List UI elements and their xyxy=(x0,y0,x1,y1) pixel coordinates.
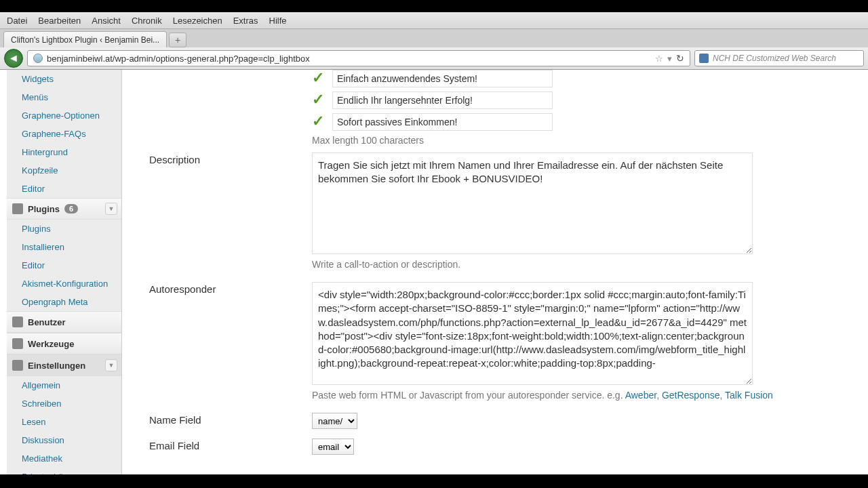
plugins-badge: 6 xyxy=(64,204,78,214)
sidebar-item-graphene-faqs[interactable]: Graphene-FAQs xyxy=(7,125,121,143)
name-field-label: Name Field xyxy=(149,413,312,429)
sidebar-item-kopfzeile[interactable]: Kopfzeile xyxy=(7,161,121,180)
check-row-3 xyxy=(312,113,854,131)
sidebar-item-plugin-editor[interactable]: Editor xyxy=(7,256,121,274)
sidebar-item-hintergrund[interactable]: Hintergrund xyxy=(7,143,121,161)
sidebar-head-plugins[interactable]: Plugins 6 ▼ xyxy=(7,198,121,220)
chevron-down-icon[interactable]: ▼ xyxy=(105,359,117,371)
check-input-1[interactable] xyxy=(332,70,553,87)
sidebar-item-diskussion[interactable]: Diskussion xyxy=(7,431,121,449)
werkzeuge-label: Werkzeuge xyxy=(28,339,74,349)
sidebar-item-akismet[interactable]: Akismet-Konfiguration xyxy=(7,274,121,293)
plugins-icon xyxy=(12,203,23,214)
menu-ansicht[interactable]: Ansicht xyxy=(86,14,126,28)
check-icon xyxy=(312,73,326,84)
menu-extras[interactable]: Extras xyxy=(228,14,264,28)
sidebar-head-benutzer[interactable]: Benutzer xyxy=(7,311,121,333)
sidebar-item-allgemein[interactable]: Allgemein xyxy=(7,376,121,394)
search-box[interactable]: NCH DE Customized Web Search xyxy=(694,50,864,66)
admin-sidebar: Widgets Menüs Graphene-Optionen Graphene… xyxy=(7,70,122,474)
sidebar-head-einstellungen[interactable]: Einstellungen ▼ xyxy=(7,354,121,376)
menu-chronik[interactable]: Chronik xyxy=(126,14,167,28)
menubar: Datei Bearbeiten Ansicht Chronik Lesezei… xyxy=(0,12,868,29)
sidebar-item-menus[interactable]: Menüs xyxy=(7,88,121,106)
sidebar-item-privatsphaere[interactable]: Privatsphäre xyxy=(7,468,121,474)
check-icon xyxy=(312,117,326,127)
menu-datei[interactable]: Datei xyxy=(1,14,33,28)
users-icon xyxy=(12,317,23,327)
tab-title: Clifton's Lightbox Plugin ‹ Benjamin Bei… xyxy=(11,35,159,45)
sidebar-head-werkzeuge[interactable]: Werkzeuge xyxy=(7,333,121,354)
dropdown-icon[interactable]: ▾ xyxy=(667,54,672,64)
check-row-1 xyxy=(312,70,854,87)
reload-icon[interactable]: ↻ xyxy=(676,53,684,64)
back-button[interactable]: ◄ xyxy=(4,49,23,68)
new-tab-button[interactable]: + xyxy=(169,33,186,47)
bookmark-icon[interactable]: ☆ xyxy=(655,54,663,64)
sidebar-item-lesen[interactable]: Lesen xyxy=(7,413,121,431)
toolbar: ◄ benjaminbeiwl.at/wp-admin/options-gene… xyxy=(0,47,868,70)
benutzer-label: Benutzer xyxy=(28,317,66,327)
sidebar-item-plugins[interactable]: Plugins xyxy=(7,220,121,238)
einstellungen-label: Einstellungen xyxy=(28,361,85,371)
check-input-2[interactable] xyxy=(332,92,553,109)
check-row-2 xyxy=(312,92,854,109)
check-input-3[interactable] xyxy=(332,113,553,131)
sidebar-item-opengraph[interactable]: Opengraph Meta xyxy=(7,293,121,311)
check-hint: Max length 100 characters xyxy=(312,135,854,146)
name-field-select[interactable]: name/ xyxy=(312,413,357,429)
sidebar-item-graphene-options[interactable]: Graphene-Optionen xyxy=(7,106,121,125)
link-getresponse[interactable]: GetResponse xyxy=(662,390,720,401)
check-icon xyxy=(312,95,326,106)
description-hint: Write a call-to-action or description. xyxy=(312,259,854,270)
autoresponder-textarea[interactable]: <div style="width:280px;background-color… xyxy=(312,282,753,385)
description-label: Description xyxy=(149,152,312,270)
autoresponder-label: Autoresponder xyxy=(149,282,312,401)
url-bar[interactable]: benjaminbeiwl.at/wp-admin/options-genera… xyxy=(27,50,690,66)
email-field-label: Email Field xyxy=(149,439,312,455)
tab-bar: Clifton's Lightbox Plugin ‹ Benjamin Bei… xyxy=(0,29,868,47)
menu-hilfe[interactable]: Hilfe xyxy=(264,14,292,28)
link-talkfusion[interactable]: Talk Fusion xyxy=(725,390,773,401)
sidebar-item-widgets[interactable]: Widgets xyxy=(7,70,121,88)
url-text: benjaminbeiwl.at/wp-admin/options-genera… xyxy=(47,54,651,64)
sidebar-item-editor[interactable]: Editor xyxy=(7,180,121,198)
autoresponder-hint: Paste web form HTML or Javascript from y… xyxy=(312,390,854,401)
link-aweber[interactable]: Aweber xyxy=(625,390,656,401)
browser-tab[interactable]: Clifton's Lightbox Plugin ‹ Benjamin Bei… xyxy=(3,31,167,47)
sidebar-item-mediathek[interactable]: Mediathek xyxy=(7,449,121,468)
sidebar-item-installieren[interactable]: Installieren xyxy=(7,238,121,256)
email-field-select[interactable]: email xyxy=(312,439,354,455)
description-textarea[interactable]: Tragen Sie sich jetzt mit Ihrem Namen un… xyxy=(312,152,753,254)
tools-icon xyxy=(12,338,23,349)
search-engine-icon xyxy=(699,54,709,63)
chevron-down-icon[interactable]: ▼ xyxy=(105,203,117,215)
sidebar-item-schreiben[interactable]: Schreiben xyxy=(7,394,121,413)
menu-lesezeichen[interactable]: Lesezeichen xyxy=(167,14,228,28)
globe-icon xyxy=(33,54,43,63)
settings-icon xyxy=(12,360,23,371)
search-placeholder: NCH DE Customized Web Search xyxy=(713,54,836,63)
menu-bearbeiten[interactable]: Bearbeiten xyxy=(33,14,86,28)
plugins-label: Plugins xyxy=(28,204,60,214)
main-content: Max length 100 characters Description Tr… xyxy=(122,70,868,474)
